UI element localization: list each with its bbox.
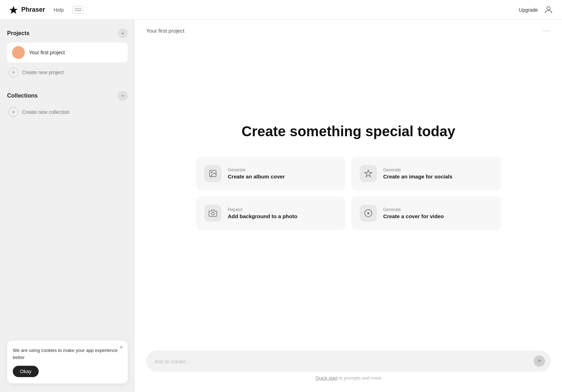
collections-title: Collections [7,93,38,99]
card-repaint-background[interactable]: Repaint Add background to a photo [196,196,346,230]
card-video-icon-wrap [360,205,377,222]
send-icon [536,358,542,364]
topnav: Phraser Help Upgrade [0,0,562,20]
svg-point-0 [547,6,550,10]
card-album-cover-desc: Create an album cover [228,173,285,180]
card-album-cover-type: Generate [228,167,285,172]
card-socials-icon-wrap [360,165,377,182]
svg-point-3 [211,212,214,215]
app-name: Phraser [21,6,45,13]
hero-section: Create something special today Generate [135,39,562,350]
star-icon [364,169,373,178]
collections-section-header: Collections [7,91,128,101]
card-video-text: Generate Create a cover for video [383,207,444,219]
image-icon [209,169,217,178]
logo: Phraser [9,5,45,15]
user-avatar-icon[interactable] [544,5,553,15]
card-album-cover-icon-wrap [204,165,221,182]
quick-start-text: Quick start to prompts and more [146,375,551,381]
card-repaint-icon-wrap [204,205,221,222]
cards-grid: Generate Create an album cover Generate … [196,156,501,230]
collections-section: Collections + Create new collection [7,91,128,119]
collections-expand-button[interactable] [118,91,128,101]
toggle-line-2 [75,10,82,11]
svg-marker-5 [368,212,370,215]
card-video-type: Generate [383,207,444,212]
help-button[interactable]: Help [51,6,67,14]
main-layout: Projects Your first project + Create new… [0,20,562,392]
sidebar-toggle-button[interactable] [72,6,84,14]
cookie-message: We are using cookies to make your app ex… [13,347,122,361]
card-album-cover-text: Generate Create an album cover [228,167,285,180]
create-collection-plus-icon: + [9,107,18,117]
cookie-okay-button[interactable]: Okay [13,366,39,377]
send-button[interactable] [534,355,545,367]
card-repaint-type: Repaint [228,207,297,212]
topnav-left: Phraser Help [9,5,84,15]
projects-title: Projects [7,30,29,37]
project-avatar [12,46,25,59]
breadcrumb: Your first project [146,28,184,34]
upgrade-button[interactable]: Upgrade [519,7,538,13]
projects-section-header: Projects [7,28,128,38]
card-socials-text: Generate Create an image for socials [383,167,452,180]
create-project-label: Create new project [22,70,64,75]
bottom-bar: Quick start to prompts and more [135,350,562,392]
content-header: Your first project ··· [135,20,562,39]
quick-start-link[interactable]: Quick start [315,375,337,381]
ask-input[interactable] [155,358,534,364]
camera-icon [209,209,217,217]
card-repaint-text: Repaint Add background to a photo [228,207,297,219]
play-icon [364,209,373,217]
card-video-cover[interactable]: Generate Create a cover for video [351,196,501,230]
card-socials-image[interactable]: Generate Create an image for socials [351,156,501,191]
projects-expand-button[interactable] [118,28,128,38]
topnav-right: Upgrade [519,5,553,15]
cookie-close-button[interactable]: ✕ [119,345,123,350]
card-album-cover[interactable]: Generate Create an album cover [196,156,346,191]
create-collection-label: Create new collection [22,109,70,115]
create-collection-item[interactable]: + Create new collection [7,105,128,119]
cookie-banner: ✕ We are using cookies to make your app … [7,341,128,383]
create-project-plus-icon: + [9,67,18,77]
projects-section: Projects Your first project + Create new… [7,28,128,79]
more-options-button[interactable]: ··· [543,27,551,34]
quick-start-suffix: to prompts and more [337,375,381,381]
card-socials-type: Generate [383,167,452,172]
project-name: Your first project [29,50,65,55]
project-item[interactable]: Your first project [7,43,128,62]
content-area: Your first project ··· Create something … [135,20,562,392]
create-project-item[interactable]: + Create new project [7,65,128,79]
sidebar: Projects Your first project + Create new… [0,20,135,392]
ask-input-wrap [146,350,551,372]
card-socials-desc: Create an image for socials [383,173,452,180]
toggle-line-1 [75,9,82,9]
card-video-desc: Create a cover for video [383,213,444,219]
hero-title: Create something special today [242,123,455,139]
svg-point-2 [211,172,212,173]
logo-icon [9,5,18,15]
card-repaint-desc: Add background to a photo [228,213,297,219]
